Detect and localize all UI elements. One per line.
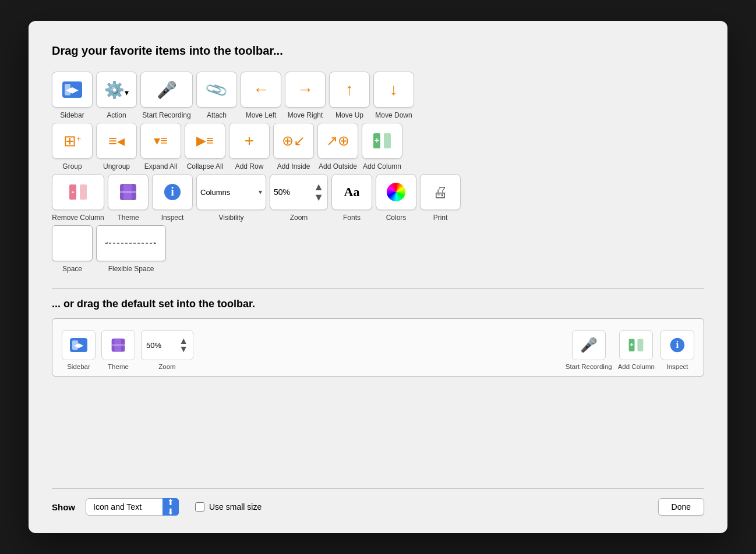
svg-text:-: -: [72, 187, 75, 196]
show-select-wrapper[interactable]: Icon and Text Icon Only Text Only ⬆⬇: [86, 498, 179, 516]
paperclip-icon: 📎: [204, 77, 229, 102]
item-fonts[interactable]: Aa Fonts: [331, 174, 372, 222]
move-down-icon-box: ↓: [373, 72, 414, 108]
item-theme[interactable]: Theme: [108, 174, 149, 222]
item-zoom[interactable]: 50% ▲▼ Zoom: [270, 174, 328, 222]
item-print[interactable]: 🖨 Print: [420, 174, 461, 222]
svg-rect-1: [384, 133, 391, 148]
add-row-label: Add Row: [235, 162, 264, 171]
instruction-text-2: ... or drag the default set into the too…: [52, 298, 704, 310]
group-icon: ⊞+: [63, 132, 81, 150]
item-colors[interactable]: Colors: [376, 174, 416, 222]
small-size-checkbox[interactable]: [195, 502, 204, 512]
expand-all-icon-box: ▾≡: [140, 123, 181, 159]
item-add-column[interactable]: + Add Column: [362, 123, 402, 171]
item-sidebar[interactable]: ◀▶ Sidebar: [52, 72, 93, 119]
item-group[interactable]: ⊞+ Group: [52, 123, 93, 171]
collapse-all-icon-box: ▶≡: [185, 123, 225, 159]
default-set-container[interactable]: ◀▶ Sidebar Theme 50% ▲▼ Zoom: [52, 318, 704, 377]
sidebar-icon-box: ◀▶: [52, 72, 93, 108]
mic-icon: 🎤: [157, 80, 177, 100]
ungroup-label: Ungroup: [103, 162, 130, 171]
svg-text:←: ←: [105, 238, 113, 247]
default-add-column-label: Add Column: [618, 363, 655, 370]
fonts-icon: Aa: [344, 184, 360, 200]
item-remove-column[interactable]: - Remove Column: [52, 174, 104, 222]
small-size-area: Use small size: [195, 502, 262, 512]
svg-rect-8: [120, 191, 136, 193]
arrow-left-icon: ←: [253, 80, 269, 99]
item-inspect[interactable]: i Inspect: [152, 174, 193, 222]
zoom-icon-box: 50% ▲▼: [270, 174, 328, 210]
sidebar-label: Sidebar: [60, 111, 84, 119]
default-add-column-icon: +: [628, 338, 644, 353]
done-button[interactable]: Done: [658, 498, 704, 516]
small-size-label[interactable]: Use small size: [209, 502, 262, 512]
add-inside-label: Add Inside: [277, 162, 310, 171]
show-select[interactable]: Icon and Text Icon Only Text Only: [86, 498, 179, 516]
toolbar-customize-dialog: Drag your favorite items into the toolba…: [29, 21, 727, 533]
item-collapse-all[interactable]: ▶≡ Collapse All: [185, 123, 225, 171]
add-outside-icon-box: ↗⊕: [317, 123, 358, 159]
action-label: Action: [107, 111, 126, 119]
item-ungroup[interactable]: ≡◂ Ungroup: [96, 123, 137, 171]
theme-icon: [119, 183, 137, 201]
arrow-right-icon: →: [297, 80, 313, 99]
default-mic-icon: 🎤: [580, 337, 598, 353]
default-add-column[interactable]: + Add Column: [618, 330, 655, 370]
item-action[interactable]: ⚙️▾ Action: [96, 72, 137, 119]
start-recording-icon-box: 🎤: [140, 72, 193, 108]
bottom-bar: Show Icon and Text Icon Only Text Only ⬆…: [52, 488, 704, 516]
item-attach[interactable]: 📎 Attach: [196, 72, 237, 119]
space-label: Space: [62, 265, 82, 273]
item-expand-all[interactable]: ▾≡ Expand All: [140, 123, 181, 171]
item-move-right[interactable]: → Move Right: [285, 72, 326, 119]
fonts-icon-box: Aa: [331, 174, 372, 210]
item-move-left[interactable]: ← Move Left: [241, 72, 281, 119]
default-inspect[interactable]: i Inspect: [660, 330, 694, 370]
item-start-recording[interactable]: 🎤 Start Recording: [140, 72, 193, 119]
item-add-inside[interactable]: ⊕↙ Add Inside: [273, 123, 314, 171]
remove-column-icon: -: [68, 183, 88, 201]
action-icon: ⚙️▾: [104, 80, 129, 100]
group-label: Group: [62, 162, 82, 171]
add-outside-label: Add Outside: [319, 162, 357, 171]
default-sidebar[interactable]: ◀▶ Sidebar: [62, 330, 96, 370]
default-zoom[interactable]: 50% ▲▼ Zoom: [141, 330, 193, 370]
add-inside-icon: ⊕↙: [282, 133, 305, 149]
default-start-recording[interactable]: 🎤 Start Recording: [566, 330, 612, 370]
visibility-icon-box: Columns ▾: [196, 174, 266, 210]
default-zoom-icon-box: 50% ▲▼: [141, 330, 193, 360]
default-theme[interactable]: Theme: [101, 330, 135, 370]
default-theme-icon: [111, 338, 126, 353]
item-move-down[interactable]: ↓ Move Down: [373, 72, 414, 119]
visibility-chevron: ▾: [259, 188, 262, 196]
item-space[interactable]: Space: [52, 225, 93, 273]
item-move-up[interactable]: ↑ Move Up: [329, 72, 370, 119]
zoom-label: Zoom: [290, 214, 308, 222]
attach-icon-box: 📎: [196, 72, 237, 108]
default-sidebar-icon: ◀▶: [70, 338, 87, 352]
flex-space-icon: ← →: [105, 236, 157, 250]
print-icon: 🖨: [433, 183, 448, 201]
add-column-label: Add Column: [363, 162, 401, 171]
zoom-stepper-icon: ▲▼: [313, 182, 324, 203]
item-add-row[interactable]: + Add Row: [229, 123, 270, 171]
section-divider: [52, 288, 704, 289]
instruction-text-1: Drag your favorite items into the toolba…: [52, 44, 704, 58]
group-icon-box: ⊞+: [52, 123, 93, 159]
arrow-up-icon: ↑: [345, 80, 354, 99]
space-icon-box: [52, 225, 93, 261]
item-add-outside[interactable]: ↗⊕ Add Outside: [317, 123, 358, 171]
svg-text:i: i: [676, 339, 679, 350]
item-flexible-space[interactable]: ← → Flexible Space: [96, 225, 166, 273]
theme-icon-box: [108, 174, 149, 210]
item-visibility[interactable]: Columns ▾ Visibility: [196, 174, 266, 222]
add-outside-icon: ↗⊕: [326, 133, 349, 149]
default-zoom-stepper: ▲▼: [179, 337, 188, 354]
default-inspect-icon-box: i: [660, 330, 694, 360]
attach-label: Attach: [207, 111, 227, 119]
items-row-3: - Remove Column Theme i: [52, 174, 704, 222]
add-column-icon: +: [372, 132, 392, 150]
move-right-icon-box: →: [285, 72, 326, 108]
